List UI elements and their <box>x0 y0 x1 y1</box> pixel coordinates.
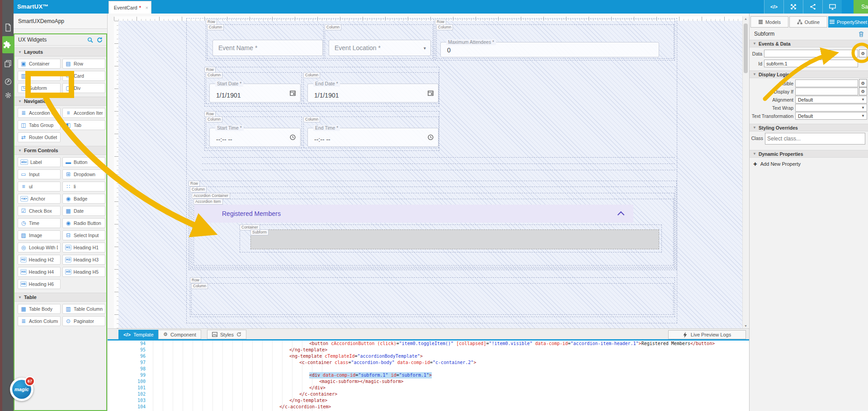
widget-table-body[interactable]: ▦Table Body <box>18 304 61 314</box>
column-region[interactable]: Column Accordion Container Accordion Ite… <box>190 187 675 269</box>
max-attendees-input[interactable]: Maximum Attendees * 0 <box>440 42 659 57</box>
column-region[interactable]: Column End Date * 1/1/1901 <box>303 72 439 104</box>
event-name-input[interactable]: Event Name * <box>212 40 323 56</box>
settings-gear-icon[interactable] <box>2 89 14 101</box>
section-display-logic[interactable]: ▼Display Logic <box>750 70 868 78</box>
widget-row[interactable]: ▤Row <box>62 59 105 69</box>
tab-propertysheet[interactable]: PropertySheet <box>828 16 868 28</box>
data-input[interactable] <box>764 50 858 57</box>
accordion-container-region[interactable]: Accordion Container Accordion Item Regis… <box>192 193 675 267</box>
widget-label[interactable]: abcLabel <box>18 157 61 167</box>
widget-paginator[interactable]: ⊙Paginator <box>62 316 105 326</box>
scroll-down-arrow[interactable]: ▼ <box>743 324 749 327</box>
code-line-98[interactable]: 98 <box>108 366 749 372</box>
widget-select-input[interactable]: ⊟Select Input <box>62 230 105 240</box>
code-line-104[interactable]: 104</c-accordion-item> <box>108 404 749 410</box>
visible-input[interactable] <box>795 79 858 87</box>
export-icon[interactable] <box>2 76 14 88</box>
row-region[interactable]: Row Column Accordion Container Accordion… <box>189 181 677 270</box>
widget-card[interactable]: ▭Card <box>62 71 105 81</box>
share-nodes-button[interactable] <box>803 0 822 14</box>
start-date-picker[interactable]: Start Date * 1/1/1901 <box>209 84 301 103</box>
row-region[interactable]: Row Column Maximum Attendees * 0 <box>435 19 675 61</box>
app-tree-item[interactable]: SmartUXDemoApp <box>14 14 107 29</box>
widget-h2[interactable]: H2Heading H2 <box>18 255 61 265</box>
code-editor[interactable]: 94<button cAccordionButton (click)="item… <box>108 341 749 411</box>
widget-dropdown[interactable]: ⊞Dropdown <box>62 169 105 179</box>
subform-widget[interactable]: Subform <box>250 229 659 249</box>
row-region[interactable]: Row Column <box>190 277 675 317</box>
scrollbar-thumb[interactable] <box>744 23 748 73</box>
id-input[interactable] <box>764 60 858 67</box>
tab-close-icon[interactable]: × <box>146 5 148 10</box>
widget-accordion-item[interactable]: ≡Accordion Item <box>62 108 105 118</box>
widget-button[interactable]: ▬Button <box>62 157 105 167</box>
column-region[interactable]: Column Event Name * <box>207 24 324 59</box>
code-line-103[interactable]: 103</ng-template> <box>108 397 749 404</box>
column-region[interactable]: Column Start Date * 1/1/1901 <box>206 72 302 104</box>
widget-section-header-layouts[interactable]: ▼Layouts <box>14 47 106 56</box>
tab-component[interactable]: ⚙ Component <box>158 330 201 339</box>
widget-container[interactable]: ▣Container <box>18 59 61 69</box>
canvas-vertical-scrollbar[interactable]: ▲ ▼ <box>742 16 749 328</box>
widget-router-outlet[interactable]: ⇄Router Outlet <box>18 132 61 142</box>
alignment-select[interactable]: Default▼ <box>795 96 867 103</box>
expand-arrows-button[interactable] <box>783 0 803 14</box>
search-icon[interactable] <box>87 37 93 43</box>
widget-ul[interactable]: ≡ul <box>18 182 61 191</box>
calendar-icon[interactable] <box>428 90 434 96</box>
code-line-101[interactable]: 101</div> <box>108 385 749 391</box>
code-line-97[interactable]: 97<c-container class="accordion-body" da… <box>108 360 749 366</box>
code-line-102[interactable]: 102</c-container> <box>108 391 749 397</box>
row-region[interactable]: Row Column Start Date * 1/1/1901 Column … <box>204 67 439 107</box>
refresh-icon[interactable] <box>97 37 103 43</box>
widget-radio[interactable]: ◉Radio Button <box>62 218 105 228</box>
tab-template[interactable]: </> Template <box>118 330 159 339</box>
row-region[interactable]: Row Column Event Name * Column Event Loc… <box>206 19 434 61</box>
visible-gear-button[interactable]: ⚙ <box>859 79 867 87</box>
widget-checkbox[interactable]: ☑Check Box <box>18 206 61 216</box>
section-events-data[interactable]: ▼Events & Data <box>750 40 868 47</box>
scroll-up-arrow[interactable]: ▲ <box>743 17 749 20</box>
column-region[interactable]: Column Event Location * ▾ <box>325 24 433 59</box>
widget-column[interactable]: ▥ <box>18 71 61 81</box>
section-dynamic-properties[interactable]: ▼Dynamic Properties <box>750 150 868 158</box>
design-canvas[interactable]: Row Column Event Name * Column Event Loc… <box>108 14 749 328</box>
column-region[interactable]: Column End Time * --:-- -- <box>303 117 439 148</box>
widget-h1[interactable]: H1Heading H1 <box>62 243 105 252</box>
widget-h5[interactable]: H5Heading H5 <box>62 267 105 277</box>
widget-section-header-form-controls[interactable]: ▼Form Controls <box>14 146 106 155</box>
widget-section-header-table[interactable]: ▼Table <box>14 293 106 302</box>
widget-table-column[interactable]: ▥Table Column <box>62 304 105 314</box>
accordion-header-button[interactable]: Registered Members <box>194 205 633 223</box>
widget-subform[interactable]: ◳Subform <box>18 83 61 93</box>
event-location-select[interactable]: Event Location * ▾ <box>329 40 431 56</box>
widget-h4[interactable]: H4Heading H4 <box>18 267 61 277</box>
display-if-input[interactable] <box>795 88 858 95</box>
tab-models[interactable]: Models <box>750 16 788 28</box>
end-time-picker[interactable]: End Time * --:-- -- <box>307 128 439 147</box>
styles-refresh-icon[interactable] <box>236 332 241 337</box>
widget-section-header-navigation[interactable]: ▼Navigation <box>14 97 106 106</box>
delete-widget-icon[interactable] <box>859 31 864 37</box>
widget-image[interactable]: ▨Image <box>18 230 61 240</box>
display-if-gear-button[interactable]: ⚙ <box>859 87 867 95</box>
clock-icon[interactable] <box>428 135 434 140</box>
widget-time[interactable]: ◷Time <box>18 218 61 228</box>
widget-lookup[interactable]: ◎Lookup With De... <box>18 243 61 252</box>
text-transformation-select[interactable]: Default▼ <box>795 112 867 120</box>
widget-anchor[interactable]: <a>Anchor <box>18 194 61 204</box>
section-styling-overrides[interactable]: ▼Styling Overrides <box>750 124 868 131</box>
accordion-item-region[interactable]: Accordion Item Registered Members Contai… <box>193 199 674 266</box>
code-line-100[interactable]: 100<magic-subform></magic-subform> <box>108 378 749 385</box>
text-wrap-select[interactable]: ▼ <box>795 104 867 112</box>
code-line-99[interactable]: 99<div data-comp-id="subform.1" id="subf… <box>108 372 749 378</box>
clock-icon[interactable] <box>290 135 296 140</box>
column-region[interactable]: Column Maximum Attendees * 0 <box>436 24 674 59</box>
calendar-icon[interactable] <box>290 90 296 96</box>
container-region[interactable]: Container Subform <box>240 224 662 252</box>
end-date-picker[interactable]: End Date * 1/1/1901 <box>307 84 439 103</box>
code-view-button[interactable]: </> <box>764 0 783 14</box>
tab-styles[interactable]: Styles <box>207 330 246 339</box>
column-region[interactable]: Column <box>191 283 674 315</box>
